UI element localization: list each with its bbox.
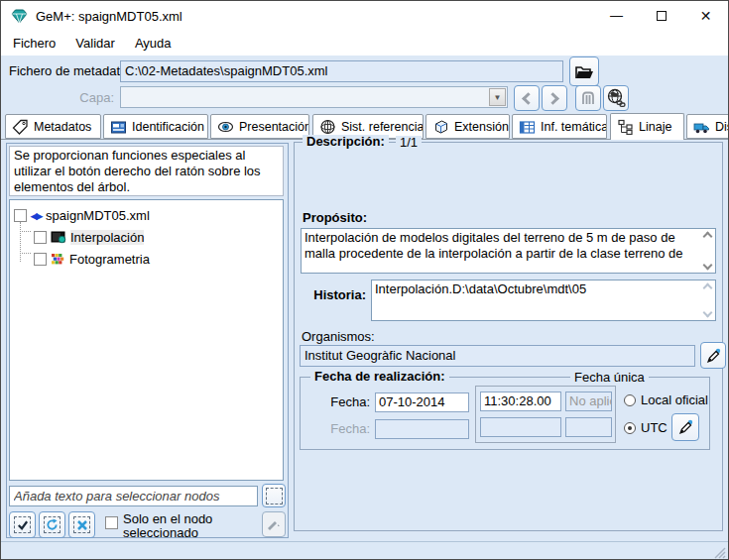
capa-combobox[interactable]: ▼ [120, 86, 508, 108]
hora-field[interactable]: 11:30:28.00 [480, 392, 561, 411]
organismos-label: Organismos: [302, 329, 375, 344]
pencil-icon [677, 419, 693, 435]
tab-label: Sist. referencia [341, 120, 424, 134]
globe-grid-icon [319, 119, 336, 135]
scroll-down-icon[interactable] [702, 261, 712, 271]
no-aplica-field: No aplic [565, 392, 612, 411]
only-node-checkbox[interactable] [105, 516, 118, 529]
node-search-input[interactable] [9, 486, 258, 506]
window-title: GeM+: spaignMDT05.xml [36, 9, 182, 24]
menu-validar[interactable]: Validar [65, 31, 125, 56]
prev-button[interactable] [514, 85, 540, 111]
tree-item-label: spaignMDT05.xml [46, 208, 150, 223]
refresh-selection-button[interactable] [39, 511, 65, 538]
check-selection-icon [14, 516, 31, 533]
minimize-icon: — [610, 1, 623, 31]
metadata-tree[interactable]: ◂▸ spaignMDT05.xml Interpolación [9, 199, 284, 481]
tree-connector [20, 222, 21, 262]
tab-label: Linaje [639, 120, 671, 134]
refresh-icon [44, 516, 61, 533]
radio-utc-label[interactable]: UTC [641, 420, 668, 435]
tree-item-root[interactable]: ◂▸ spaignMDT05.xml [14, 205, 150, 225]
edit-nodes-button-disabled[interactable] [262, 511, 286, 537]
radio-local-label[interactable]: Local oficial [641, 392, 708, 407]
fecha-field[interactable]: 07-10-2014 [375, 392, 469, 412]
organismos-field[interactable]: Institut Geogràfic Nacional [300, 345, 695, 367]
menu-fichero[interactable]: Fichero [3, 31, 65, 56]
record-counter: 1/1 [396, 136, 422, 150]
columns-button[interactable] [575, 85, 601, 111]
truck-icon [693, 119, 710, 135]
dashed-selection-icon [266, 488, 283, 504]
xml-icon: ◂▸ [31, 208, 42, 223]
title-bar: GeM+: spaignMDT05.xml — ✕ [1, 1, 728, 31]
proposito-text: Interpolación de modelos digitales del t… [304, 230, 697, 262]
app-gem-icon [11, 9, 28, 24]
checkbox[interactable] [14, 209, 27, 222]
proposito-textarea[interactable]: Interpolación de modelos digitales del t… [301, 228, 716, 274]
pencil-icon [705, 348, 721, 364]
historia-scrollbar[interactable] [699, 280, 715, 320]
fecha2-field-disabled [375, 419, 469, 439]
tab-label: Inf. temática [541, 120, 607, 134]
historia-textarea[interactable]: Interpolación.D:\data\Octubre\mdt\05 [371, 280, 716, 321]
close-button[interactable]: ✕ [683, 1, 728, 31]
tab-inf-tematica[interactable]: Inf. temática [512, 114, 607, 139]
proposito-scrollbar[interactable] [699, 229, 715, 273]
resize-grip[interactable] [712, 545, 726, 559]
tree-connector [20, 231, 31, 232]
interpolation-icon [51, 231, 66, 244]
edit-fecha-button[interactable] [671, 413, 699, 441]
tab-presentacion[interactable]: Presentación [210, 114, 309, 139]
tree-help-text: Se proporcionan funciones especiales al … [9, 146, 284, 196]
menu-ayuda[interactable]: Ayuda [125, 31, 182, 56]
tab-identificacion[interactable]: Identificación [103, 114, 208, 139]
radio-local-oficial[interactable] [624, 394, 636, 406]
checkbox[interactable] [34, 231, 47, 244]
status-bar [1, 541, 728, 560]
tab-linaje[interactable]: Linaje [610, 113, 684, 140]
tree-connector [20, 253, 31, 254]
fecha2-label: Fecha: [328, 421, 370, 436]
tree-item-fotogrametria[interactable]: Fotogrametria [34, 249, 150, 269]
scroll-up-icon[interactable] [702, 232, 712, 242]
hora2-field-disabled [480, 417, 561, 437]
chevron-down-icon[interactable]: ▼ [489, 88, 506, 106]
pencil-disabled-icon [267, 518, 281, 530]
checkbox[interactable] [34, 253, 47, 266]
scroll-up-icon[interactable] [702, 283, 712, 293]
file-path-field[interactable]: C:\02-Metadates\spaignMDT05.xml [120, 60, 563, 82]
tab-label: Extensión [454, 120, 509, 134]
tab-metadatos[interactable]: Metadatos [5, 114, 101, 139]
tab-label: Identificación [132, 120, 204, 134]
minimize-button[interactable]: — [594, 1, 639, 31]
app-window: GeM+: spaignMDT05.xml — ✕ Fichero Valida… [0, 0, 729, 560]
fecha-group-label: Fecha de realización: [310, 370, 449, 384]
open-file-button[interactable] [569, 56, 599, 86]
chevron-right-icon [547, 92, 559, 105]
descripcion-group: Descripción: 1/1 Propósito: Interpolació… [294, 142, 723, 531]
tree-item-interpolacion[interactable]: Interpolación [34, 227, 144, 247]
select-nodes-button[interactable] [9, 511, 36, 538]
tab-extension[interactable]: Extensión [425, 114, 510, 139]
menu-bar: Fichero Validar Ayuda [1, 31, 728, 56]
file-label: Fichero de metadatos: [9, 60, 137, 82]
fecha-unica-label: Fecha única [570, 371, 649, 385]
fecha-realizacion-group: Fecha de realización: Fecha única Fecha:… [300, 377, 710, 450]
tab-distribucion[interactable]: Dis [686, 114, 729, 139]
open-folder-icon [575, 64, 594, 79]
tree-panel: Se proporcionan funciones especiales al … [6, 143, 289, 538]
select-region-button[interactable] [262, 484, 286, 507]
next-button[interactable] [542, 85, 567, 111]
form-window-icon [110, 119, 127, 135]
scroll-down-icon[interactable] [702, 308, 712, 318]
edit-organismos-button[interactable] [700, 342, 726, 369]
maximize-button[interactable] [639, 1, 683, 31]
clear-selection-button[interactable] [68, 511, 95, 538]
clear-x-icon [73, 516, 90, 533]
radio-utc[interactable] [624, 422, 636, 434]
tab-label: Metadatos [34, 120, 91, 134]
tab-label: Dis [715, 120, 729, 134]
globe-link-button[interactable] [603, 85, 629, 111]
descripcion-group-label: Descripción: [303, 135, 389, 149]
